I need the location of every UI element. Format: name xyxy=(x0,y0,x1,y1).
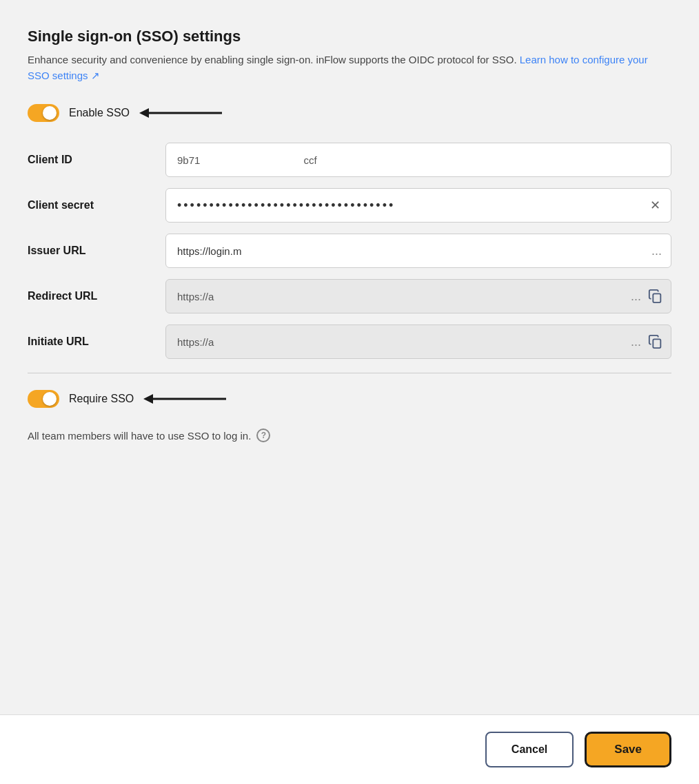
client-id-wrap xyxy=(165,143,671,177)
initiate-url-row: Initiate URL ... xyxy=(28,324,671,359)
issuer-url-input[interactable] xyxy=(165,234,671,268)
require-sso-toggle[interactable] xyxy=(28,390,59,408)
redirect-url-label: Redirect URL xyxy=(28,290,152,302)
enable-sso-label: Enable SSO xyxy=(69,107,130,119)
redirect-url-row: Redirect URL ... xyxy=(28,279,671,313)
svg-marker-1 xyxy=(139,108,149,118)
redirect-url-input[interactable] xyxy=(165,279,671,313)
footer: Cancel Save xyxy=(0,714,699,784)
save-button[interactable]: Save xyxy=(585,732,671,767)
client-secret-clear-button[interactable]: ✕ xyxy=(647,197,663,214)
initiate-url-input[interactable] xyxy=(165,324,671,359)
require-sso-label: Require SSO xyxy=(69,393,134,405)
team-note-text: All team members will have to use SSO to… xyxy=(28,430,251,442)
require-sso-arrow xyxy=(143,391,226,407)
issuer-url-wrap: ... xyxy=(165,234,671,268)
external-link-icon: ↗ xyxy=(91,70,100,81)
description-text: Enhance security and convenience by enab… xyxy=(28,54,520,65)
copy-icon xyxy=(648,289,663,304)
client-secret-input[interactable] xyxy=(165,188,671,223)
svg-marker-5 xyxy=(143,394,153,404)
enable-sso-arrow xyxy=(139,105,222,121)
help-icon[interactable]: ? xyxy=(256,429,270,442)
require-sso-row: Require SSO xyxy=(28,390,671,408)
client-id-label: Client ID xyxy=(28,154,152,166)
copy-icon-2 xyxy=(648,334,663,349)
client-id-row: Client ID xyxy=(28,143,671,177)
cancel-button[interactable]: Cancel xyxy=(485,732,574,767)
initiate-url-copy-button[interactable] xyxy=(645,331,666,352)
require-sso-section: Require SSO All team members will have t… xyxy=(28,390,671,442)
enable-sso-row: Enable SSO xyxy=(28,104,671,122)
client-id-input[interactable] xyxy=(165,143,671,177)
section-divider xyxy=(28,373,671,373)
page-title: Single sign-on (SSO) settings xyxy=(28,28,671,45)
issuer-url-label: Issuer URL xyxy=(28,245,152,257)
client-secret-wrap: ✕ xyxy=(165,188,671,223)
page-description: Enhance security and convenience by enab… xyxy=(28,52,671,83)
initiate-url-label: Initiate URL xyxy=(28,336,152,348)
initiate-url-wrap: ... xyxy=(165,324,671,359)
enable-sso-toggle[interactable] xyxy=(28,104,59,122)
redirect-url-wrap: ... xyxy=(165,279,671,313)
svg-rect-3 xyxy=(653,339,660,348)
issuer-url-row: Issuer URL ... xyxy=(28,234,671,268)
team-note: All team members will have to use SSO to… xyxy=(28,429,671,442)
redirect-url-copy-button[interactable] xyxy=(645,286,666,307)
client-secret-label: Client secret xyxy=(28,199,152,212)
client-secret-row: Client secret ✕ xyxy=(28,188,671,223)
svg-rect-2 xyxy=(653,293,660,302)
